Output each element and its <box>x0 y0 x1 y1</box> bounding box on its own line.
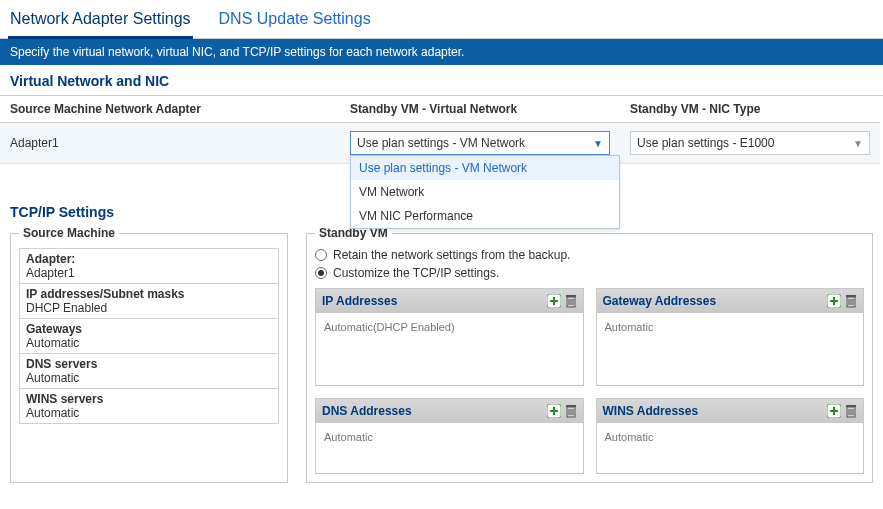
svg-rect-26 <box>830 410 838 412</box>
source-machine-group: Source Machine Adapter: Adapter1 IP addr… <box>10 226 288 483</box>
virtual-network-select[interactable]: Use plan settings - VM Network ▼ <box>350 131 610 155</box>
section-title-vnic: Virtual Network and NIC <box>0 65 883 96</box>
gateways-value: Automatic <box>26 336 79 350</box>
add-icon[interactable] <box>827 404 841 418</box>
add-icon[interactable] <box>827 294 841 308</box>
chevron-down-icon: ▼ <box>853 138 863 149</box>
adapter-name: Adapter1 <box>10 136 59 150</box>
adapter-label: Adapter: <box>26 252 272 266</box>
tab-dns-update-settings[interactable]: DNS Update Settings <box>217 6 373 38</box>
svg-rect-18 <box>550 410 558 412</box>
col-header-virtual-network: Standby VM - Virtual Network <box>340 96 620 123</box>
radio-retain-label: Retain the network settings from the bac… <box>333 248 570 262</box>
card-dns-title: DNS Addresses <box>322 404 412 418</box>
radio-customize-label: Customize the TCP/IP settings. <box>333 266 499 280</box>
trash-icon[interactable] <box>565 404 577 418</box>
chevron-down-icon: ▼ <box>593 138 603 149</box>
wins-servers-value: Automatic <box>26 406 79 420</box>
nic-type-select-value: Use plan settings - E1000 <box>637 136 774 150</box>
card-dns-body: Automatic <box>316 423 583 473</box>
trash-icon[interactable] <box>565 294 577 308</box>
svg-rect-15 <box>846 295 856 297</box>
radio-retain-settings[interactable]: Retain the network settings from the bac… <box>315 248 864 262</box>
svg-rect-2 <box>550 300 558 302</box>
card-dns-addresses: DNS Addresses Automatic <box>315 398 584 474</box>
adapter-value: Adapter1 <box>26 266 75 280</box>
card-gateway-body: Automatic <box>597 313 864 385</box>
svg-rect-10 <box>830 300 838 302</box>
svg-rect-31 <box>846 405 856 407</box>
card-ip-addresses: IP Addresses Automatic(DHCP Enabled) <box>315 288 584 386</box>
card-ip-body: Automatic(DHCP Enabled) <box>316 313 583 385</box>
vnic-table: Source Machine Network Adapter Standby V… <box>0 96 883 164</box>
card-gateway-title: Gateway Addresses <box>603 294 717 308</box>
source-machine-table: Adapter: Adapter1 IP addresses/Subnet ma… <box>19 248 279 424</box>
dns-servers-label: DNS servers <box>26 357 272 371</box>
virtual-network-select-value: Use plan settings - VM Network <box>357 136 525 150</box>
trash-icon[interactable] <box>845 404 857 418</box>
card-wins-addresses: WINS Addresses Automatic <box>596 398 865 474</box>
nic-type-cell: Use plan settings - E1000 ▼ <box>620 123 880 164</box>
card-wins-title: WINS Addresses <box>603 404 699 418</box>
card-wins-body: Automatic <box>597 423 864 473</box>
info-banner: Specify the virtual network, virtual NIC… <box>0 39 883 65</box>
ip-subnet-value: DHCP Enabled <box>26 301 107 315</box>
nic-type-select[interactable]: Use plan settings - E1000 ▼ <box>630 131 870 155</box>
col-header-source-adapter: Source Machine Network Adapter <box>0 96 340 123</box>
adapter-name-cell: Adapter1 <box>0 123 340 164</box>
add-icon[interactable] <box>547 404 561 418</box>
radio-icon <box>315 249 327 261</box>
trash-icon[interactable] <box>845 294 857 308</box>
dropdown-option-vm-network[interactable]: VM Network <box>351 180 619 204</box>
gateways-label: Gateways <box>26 322 272 336</box>
add-icon[interactable] <box>547 294 561 308</box>
virtual-network-dropdown: Use plan settings - VM Network VM Networ… <box>350 155 620 229</box>
col-header-nic-type: Standby VM - NIC Type <box>620 96 880 123</box>
dns-servers-value: Automatic <box>26 371 79 385</box>
radio-customize-settings[interactable]: Customize the TCP/IP settings. <box>315 266 864 280</box>
svg-rect-7 <box>566 295 576 297</box>
svg-rect-23 <box>566 405 576 407</box>
tab-network-adapter-settings[interactable]: Network Adapter Settings <box>8 6 193 38</box>
tab-bar: Network Adapter Settings DNS Update Sett… <box>0 0 883 39</box>
dropdown-option-plan-vm-network[interactable]: Use plan settings - VM Network <box>351 156 619 180</box>
card-gateway-addresses: Gateway Addresses Automatic <box>596 288 865 386</box>
wins-servers-label: WINS servers <box>26 392 272 406</box>
radio-icon <box>315 267 327 279</box>
card-ip-title: IP Addresses <box>322 294 397 308</box>
dropdown-option-vm-nic-performance[interactable]: VM NIC Performance <box>351 204 619 228</box>
source-machine-legend: Source Machine <box>19 226 119 240</box>
ip-subnet-label: IP addresses/Subnet masks <box>26 287 272 301</box>
virtual-network-cell: Use plan settings - VM Network ▼ Use pla… <box>340 123 620 164</box>
standby-vm-group: Standby VM Retain the network settings f… <box>306 226 873 483</box>
